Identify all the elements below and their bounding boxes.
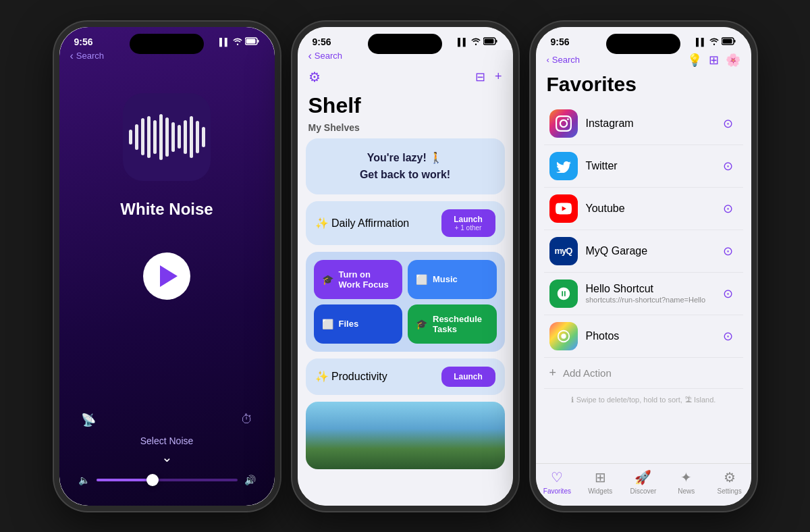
daily-launch-button[interactable]: Launch + 1 other — [441, 209, 495, 237]
hello-ellipsis[interactable]: ⊙ — [719, 286, 738, 301]
photos-icon-header[interactable]: 🌸 — [726, 53, 740, 68]
widgets-tab-label: Widgets — [588, 487, 612, 495]
svg-rect-7 — [722, 38, 732, 43]
svg-rect-5 — [495, 40, 497, 43]
youtube-ellipsis[interactable]: ⊙ — [719, 201, 738, 216]
wifi-icon — [233, 37, 242, 47]
tab-widgets[interactable]: ⊞ Widgets — [578, 469, 622, 495]
select-noise-row[interactable]: Select Noise ⌄ — [76, 435, 259, 465]
work-focus-card: 🎓 Turn on Work Focus ⬜ Music ⬜ Files — [306, 252, 505, 352]
productivity-label: ✨ Productivity — [315, 370, 387, 383]
shelf-nav: ⚙ ⊟ + — [298, 66, 513, 90]
fav-header-icons: 💡 ⊞ 🌸 — [687, 53, 740, 68]
select-noise-label: Select Noise — [140, 435, 194, 446]
phone-3: 9:56 ▌▌ ‹ Search — [531, 22, 757, 511]
bulb-icon[interactable]: 💡 — [687, 53, 702, 68]
tab-settings[interactable]: ⚙ Settings — [708, 469, 751, 495]
grid-icon[interactable]: ⊞ — [709, 53, 719, 68]
myq-name: MyQ Garage — [586, 245, 711, 257]
myq-info: MyQ Garage — [586, 245, 711, 257]
wifi-icon-2 — [471, 37, 481, 47]
instagram-info: Instagram — [586, 117, 711, 130]
add-icon[interactable]: + — [495, 70, 502, 84]
turn-on-work-focus-btn[interactable]: 🎓 Turn on Work Focus — [314, 260, 403, 299]
daily-affirmation-label: ✨ Daily Affirmation — [315, 217, 410, 230]
lazy-line1: You're lazy! 🚶 — [317, 149, 494, 167]
status-time-3: 9:56 — [551, 36, 570, 47]
discover-tab-label: Discover — [630, 487, 657, 495]
back-arrow-icon-3: ‹ — [547, 55, 549, 65]
play-button[interactable] — [143, 252, 190, 300]
youtube-info: Youtube — [586, 203, 711, 215]
swipe-hint: ℹ Swipe to delete/top, hold to sort, 🏝 I… — [544, 389, 743, 411]
daily-affirmation-row[interactable]: ✨ Daily Affirmation Launch + 1 other — [306, 201, 505, 245]
phone-1: 9:56 ▌▌ ‹ Search — [54, 22, 280, 511]
signal-icon-3: ▌▌ — [696, 38, 707, 46]
fav-back[interactable]: ‹ Search — [547, 55, 580, 65]
airplay-icon[interactable]: 📡 — [81, 413, 96, 427]
waveform — [129, 113, 205, 161]
photos-info: Photos — [586, 330, 711, 342]
list-item[interactable]: Youtube ⊙ — [544, 188, 743, 230]
fav-list: Instagram ⊙ Twitter ⊙ — [536, 103, 751, 463]
photos-ellipsis[interactable]: ⊙ — [719, 329, 738, 344]
reschedule-tasks-btn[interactable]: 🎓 Reschedule Tasks — [408, 304, 497, 344]
layout-icon[interactable]: ⊟ — [475, 70, 485, 84]
status-time-2: 9:56 — [313, 36, 331, 47]
files-icon: ⬜ — [322, 319, 333, 329]
timer-icon[interactable]: ⏱ — [241, 413, 253, 427]
myq-icon: myQ — [549, 237, 578, 265]
files-btn[interactable]: ⬜ Files — [314, 304, 403, 344]
svg-rect-4 — [484, 38, 493, 43]
graduate-icon: 🎓 — [322, 274, 333, 285]
instagram-ellipsis[interactable]: ⊙ — [719, 116, 738, 131]
status-icons-3: ▌▌ — [696, 37, 736, 47]
volume-thumb[interactable] — [146, 474, 159, 486]
list-item[interactable]: Photos ⊙ — [544, 315, 743, 358]
music-btn[interactable]: ⬜ Music — [408, 260, 497, 299]
gear-icon[interactable]: ⚙ — [308, 69, 321, 85]
volume-max-icon: 🔊 — [244, 475, 256, 485]
list-item[interactable]: Twitter ⊙ — [544, 145, 743, 188]
settings-tab-label: Settings — [718, 487, 742, 495]
list-item[interactable]: myQ MyQ Garage ⊙ — [544, 230, 743, 273]
news-tab-icon: ✦ — [680, 469, 692, 485]
svg-rect-2 — [257, 40, 259, 43]
instagram-name: Instagram — [586, 117, 711, 130]
music-icon: ⬜ — [416, 274, 427, 285]
lazy-msg: You're lazy! 🚶 Get back to work! — [317, 149, 494, 184]
favorites-tab-icon: ♡ — [551, 469, 563, 485]
add-action-row[interactable]: + Add Action — [544, 358, 743, 389]
dynamic-island-1 — [130, 34, 204, 54]
wn-content: White Noise — [59, 66, 275, 413]
myq-ellipsis[interactable]: ⊙ — [719, 244, 738, 259]
tab-favorites[interactable]: ♡ Favorites — [536, 469, 579, 495]
battery-icon-3 — [722, 37, 736, 47]
phones-container: 9:56 ▌▌ ‹ Search — [54, 22, 757, 511]
info-icon: ℹ — [571, 396, 574, 404]
battery-icon-2 — [483, 37, 498, 47]
back-arrow-icon: ‹ — [70, 50, 74, 62]
productivity-row[interactable]: ✨ Productivity Launch — [306, 358, 505, 395]
svg-rect-8 — [734, 40, 735, 43]
list-item[interactable]: Instagram ⊙ — [544, 103, 743, 145]
tab-discover[interactable]: 🚀 Discover — [622, 469, 665, 495]
youtube-name: Youtube — [586, 203, 711, 215]
photo-card — [306, 402, 505, 469]
favorites-tab-label: Favorites — [543, 487, 571, 495]
sparkle-icon: ✨ — [315, 217, 331, 229]
list-item[interactable]: Hello Shortcut shortcuts://run-shortcut?… — [544, 273, 743, 315]
productivity-launch-button[interactable]: Launch — [441, 367, 495, 387]
fav-title: Favorites — [536, 73, 751, 103]
settings-tab-icon: ⚙ — [724, 469, 736, 485]
tab-news[interactable]: ✦ News — [665, 469, 708, 495]
twitter-ellipsis[interactable]: ⊙ — [719, 159, 738, 174]
back-label-1: Search — [76, 51, 104, 61]
shelf-lazy-card: You're lazy! 🚶 Get back to work! — [306, 138, 505, 194]
volume-track[interactable] — [97, 479, 238, 481]
hello-name: Hello Shortcut — [586, 283, 711, 295]
hello-info: Hello Shortcut shortcuts://run-shortcut?… — [586, 283, 711, 304]
shelf-title: Shelf — [298, 90, 513, 122]
dynamic-island-3 — [606, 34, 680, 54]
lazy-line2: Get back to work! — [317, 166, 494, 184]
